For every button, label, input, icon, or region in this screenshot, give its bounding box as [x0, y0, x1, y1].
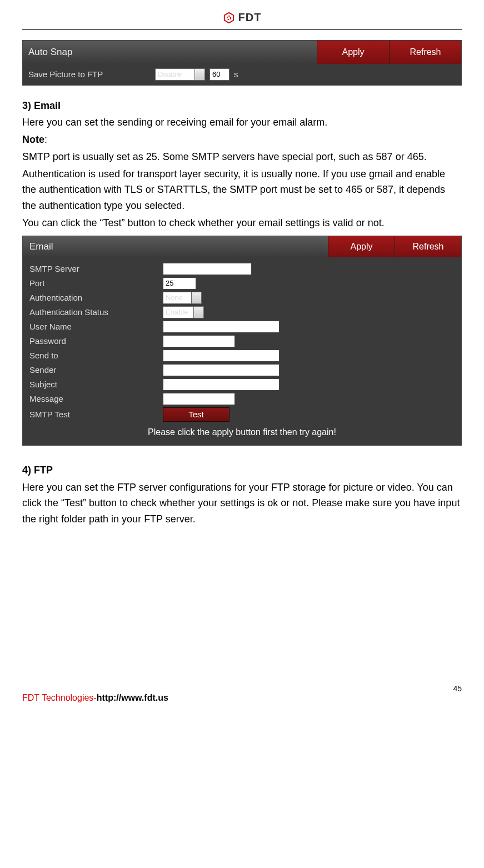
hexagon-icon [223, 12, 235, 24]
brand-text: FDT [238, 11, 262, 24]
auth-status-label: Authentication Status [29, 307, 163, 317]
refresh-button[interactable]: Refresh [395, 236, 461, 257]
chevron-down-icon[interactable]: ▼ [195, 68, 205, 81]
autosnap-panel: Auto Snap Apply Refresh Save Picture to … [22, 40, 462, 86]
sender-input[interactable] [163, 364, 280, 376]
section-4-text: 4) FTP Here you can set the FTP server c… [22, 462, 462, 527]
apply-button[interactable]: Apply [328, 236, 395, 257]
password-input[interactable] [163, 335, 235, 347]
email-title: Email [23, 236, 328, 257]
section-3-p4: You can click the “Test” button to check… [22, 215, 462, 231]
autosnap-title: Auto Snap [23, 41, 317, 64]
message-input[interactable] [163, 393, 235, 405]
port-label: Port [29, 278, 163, 288]
autosnap-select[interactable]: Disable [155, 68, 195, 81]
message-label: Message [29, 394, 163, 403]
note-colon: : [44, 134, 47, 145]
refresh-button[interactable]: Refresh [389, 41, 461, 64]
chevron-down-icon[interactable]: ▼ [194, 306, 204, 318]
sender-label: Sender [29, 365, 163, 375]
autosnap-unit: s [234, 69, 238, 79]
autosnap-row: Save Picture to FTP Disable ▼ s [23, 64, 461, 85]
username-label: User Name [29, 322, 163, 331]
svg-marker-0 [224, 12, 233, 22]
section-3-heading: 3) Email [22, 98, 462, 114]
section-3-text: 3) Email Here you can set the sending or… [22, 98, 462, 231]
email-panel: Email Apply Refresh SMTP Server Port Aut… [22, 236, 462, 446]
smtp-server-input[interactable] [163, 263, 252, 275]
username-input[interactable] [163, 321, 280, 333]
autosnap-row-label: Save Picture to FTP [28, 69, 151, 79]
email-hint: Please click the apply button first then… [29, 427, 455, 437]
brand-logo: FDT [223, 11, 262, 24]
section-3-p1: Here you can set the sending or receivin… [22, 114, 462, 131]
header-bar: FDT [22, 11, 462, 30]
page-number: 45 [22, 684, 462, 693]
page-footer: 45 FDT Technologies-http://www.fdt.us [0, 684, 484, 714]
email-header: Email Apply Refresh [23, 236, 461, 257]
subject-label: Subject [29, 380, 163, 389]
section-4-heading: 4) FTP [22, 462, 462, 478]
footer-company: FDT Technologies- [22, 693, 97, 702]
footer-url: http://www.fdt.us [97, 693, 168, 702]
smtp-test-label: SMTP Test [29, 410, 163, 419]
test-button[interactable]: Test [163, 407, 229, 422]
section-3-p3: Authentication is used for transport lay… [22, 166, 462, 214]
auth-label: Authentication [29, 293, 163, 302]
auth-select[interactable]: None [163, 292, 192, 304]
note-label: Note [22, 134, 44, 145]
sendto-label: Send to [29, 351, 163, 360]
svg-point-1 [227, 16, 230, 19]
sendto-input[interactable] [163, 350, 280, 362]
port-input[interactable] [163, 277, 196, 290]
apply-button[interactable]: Apply [317, 41, 389, 64]
email-body: SMTP Server Port Authentication None ▼ A… [23, 257, 461, 445]
smtp-server-label: SMTP Server [29, 264, 163, 273]
section-4-p1: Here you can set the FTP server configur… [22, 480, 462, 527]
autosnap-interval-input[interactable] [209, 68, 229, 81]
subject-input[interactable] [163, 378, 280, 391]
autosnap-header: Auto Snap Apply Refresh [23, 41, 461, 64]
auth-status-select[interactable]: Enable [163, 306, 194, 318]
section-3-p2: SMTP port is usually set as 25. Some SMT… [22, 149, 462, 165]
chevron-down-icon[interactable]: ▼ [192, 292, 202, 304]
password-label: Password [29, 336, 163, 346]
